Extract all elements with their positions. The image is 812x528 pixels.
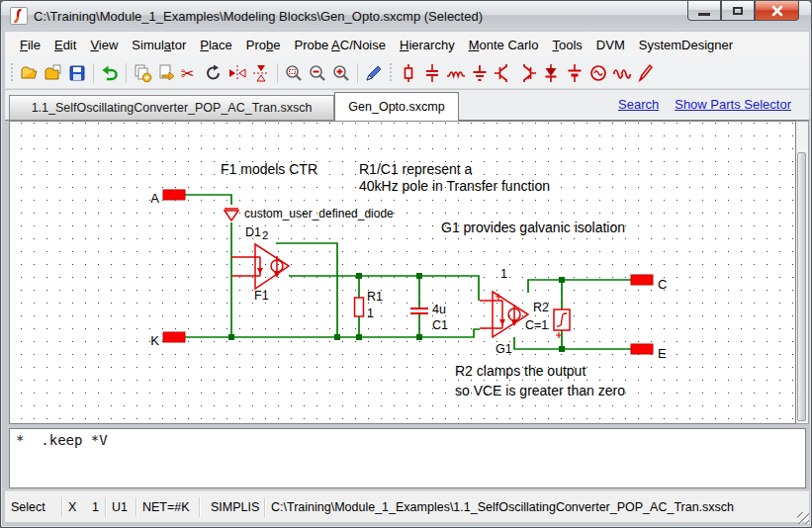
status-net: NET=#K <box>136 497 200 517</box>
terminal-c[interactable] <box>631 275 653 285</box>
c1-ref-label[interactable]: C1 <box>432 318 448 332</box>
status-ref: U1 <box>106 497 136 517</box>
wire[interactable] <box>528 280 631 293</box>
status-path: C:\Training\Module_1_Examples\1.1_SelfOs… <box>265 497 809 517</box>
terminal-c-label[interactable]: C <box>658 277 667 292</box>
rc-note-line1[interactable]: R1/C1 represent a <box>359 161 473 177</box>
terminal-e[interactable] <box>631 344 653 354</box>
terminals <box>163 190 653 354</box>
component-f1-cccs[interactable] <box>231 244 289 289</box>
status-engine: SIMPLIS <box>200 497 265 517</box>
f1-note[interactable]: F1 models CTR <box>221 161 317 177</box>
f1-ref-label[interactable]: F1 <box>254 289 269 303</box>
terminal-a[interactable] <box>163 190 185 200</box>
g1-ref-label[interactable]: G1 <box>496 342 512 356</box>
g1-gain-label[interactable]: 1 <box>500 267 507 281</box>
status-x-label: X <box>68 500 76 514</box>
app-window: C:\Training\Module_1_Examples\Modeling B… <box>0 0 812 528</box>
wire[interactable] <box>277 243 337 337</box>
diode-model-label[interactable]: custom_user_defined_diode <box>244 207 394 220</box>
r2-param-label[interactable]: C=1 <box>525 318 548 332</box>
terminal-k-label[interactable]: K <box>150 333 159 348</box>
g1-note[interactable]: G1 provides galvanic isolation <box>441 220 625 235</box>
diode-pin-label[interactable]: 2 <box>262 229 268 241</box>
netlist-editor[interactable]: * .keep *V <box>9 428 806 488</box>
diode-ref-label[interactable]: D1 <box>245 225 261 239</box>
component-c1-capacitor[interactable] <box>410 308 428 313</box>
resize-grip[interactable] <box>797 512 809 524</box>
status-bar: Select X 1 U1 NET=#K SIMPLIS C:\Training… <box>5 490 809 522</box>
terminal-a-label[interactable]: A <box>150 191 159 206</box>
r2-ref-label[interactable]: R2 <box>533 301 549 314</box>
rc-note-line2[interactable]: 40kHz pole in Transfer function <box>359 178 550 194</box>
c1-value-label[interactable]: 4u <box>432 303 446 316</box>
component-r1-resistor[interactable] <box>355 298 364 316</box>
schematic-canvas[interactable]: A K C E custom_user_defined_diode D1 2 F… <box>9 121 796 424</box>
terminal-k[interactable] <box>163 332 185 342</box>
status-x-value: 1 <box>92 500 99 514</box>
status-cursor: X 1 <box>62 497 106 517</box>
tab-gen-opto[interactable]: Gen_Opto.sxcmp <box>334 92 459 121</box>
scrollbar-thumb[interactable] <box>797 152 806 421</box>
terminal-e-label[interactable]: E <box>658 346 667 361</box>
r2-note-line1[interactable]: R2 clamps the output <box>455 363 586 379</box>
wire[interactable] <box>185 195 231 205</box>
status-mode: Select <box>5 497 62 517</box>
component-d1-diode[interactable] <box>225 209 238 220</box>
wire[interactable] <box>289 276 479 301</box>
r1-value-label[interactable]: 1 <box>367 307 374 320</box>
component-g1-vccs[interactable] <box>480 292 528 337</box>
r1-ref-label[interactable]: R1 <box>367 290 383 304</box>
r2-note-line2[interactable]: so VCE is greater than zero <box>455 383 625 398</box>
schematic-vertical-scrollbar[interactable] <box>796 121 809 424</box>
wire[interactable] <box>514 337 631 349</box>
